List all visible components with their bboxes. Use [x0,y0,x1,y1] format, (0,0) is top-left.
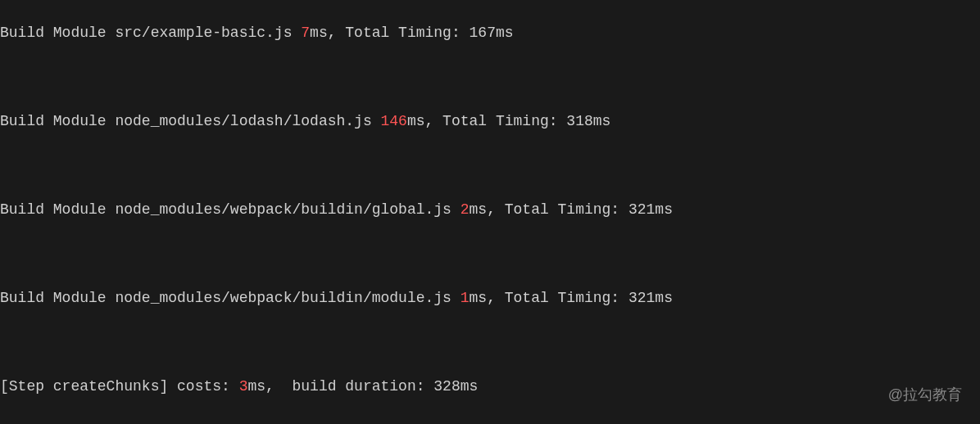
step-line: [Step createChunks] costs: 3ms, build du… [0,376,980,398]
build-module-line: Build Module node_modules/webpack/buildi… [0,199,980,221]
step-line: [Step chunkAssets] costs: 10ms, build du… [0,420,980,424]
terminal-output: Build Module src/example-basic.js 7ms, T… [0,0,980,424]
build-module-line: Build Module src/example-basic.js 7ms, T… [0,22,980,44]
watermark: @拉勾教育 [888,384,962,406]
build-module-line: Build Module node_modules/webpack/buildi… [0,287,980,309]
build-module-line: Build Module node_modules/lodash/lodash.… [0,111,980,133]
